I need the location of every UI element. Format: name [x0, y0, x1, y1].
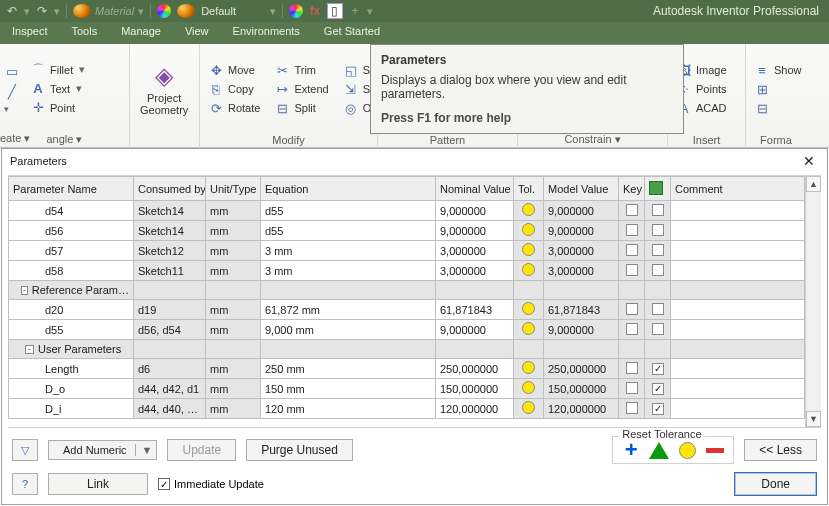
export-checkbox[interactable]: ✓ — [652, 363, 664, 375]
color-icon[interactable] — [289, 4, 303, 18]
show-button[interactable]: ≡Show — [750, 61, 806, 79]
add-numeric-button[interactable]: Add Numeric▼ — [48, 440, 157, 460]
purge-unused-button[interactable]: Purge Unused — [246, 439, 353, 461]
tab-inspect[interactable]: Inspect — [0, 22, 59, 44]
table-row[interactable]: D_od44, d42, d1mm150 mm150,000000150,000… — [9, 379, 805, 399]
col-comment[interactable]: Comment — [671, 177, 805, 201]
table-row[interactable]: -Reference Param… — [9, 281, 805, 300]
move-button[interactable]: ✥Move — [204, 61, 264, 79]
done-button[interactable]: Done — [734, 472, 817, 496]
export-checkbox[interactable] — [652, 244, 664, 256]
tree-toggle-icon[interactable]: - — [25, 345, 34, 354]
key-checkbox[interactable] — [626, 362, 638, 374]
col-export[interactable] — [645, 177, 671, 201]
undo-icon[interactable]: ↶ — [4, 3, 20, 19]
export-checkbox[interactable]: ✓ — [652, 403, 664, 415]
table-row[interactable]: d57Sketch12mm3 mm3,0000003,000000 — [9, 241, 805, 261]
table-row[interactable]: -User Parameters — [9, 340, 805, 359]
project-geometry-button[interactable]: ◈ ProjectGeometry — [134, 60, 194, 118]
tol-circle-button[interactable] — [677, 440, 697, 460]
tab-view[interactable]: View — [173, 22, 221, 44]
tab-get-started[interactable]: Get Started — [312, 22, 392, 44]
line-icon[interactable]: ╱ — [4, 84, 20, 100]
tol-circle-icon[interactable] — [522, 263, 535, 276]
plus-icon[interactable]: + — [347, 3, 363, 19]
export-checkbox[interactable] — [652, 264, 664, 276]
rotate-button[interactable]: ⟳Rotate — [204, 99, 264, 117]
tree-toggle-icon[interactable]: - — [21, 286, 27, 295]
tol-plus-button[interactable]: + — [621, 440, 641, 460]
tol-circle-icon[interactable] — [522, 223, 535, 236]
export-checkbox[interactable] — [652, 204, 664, 216]
table-row[interactable]: d54Sketch14mmd559,0000009,000000 — [9, 201, 805, 221]
trim-button[interactable]: ✂Trim — [270, 61, 332, 79]
tol-circle-icon[interactable] — [522, 401, 535, 414]
point-icon: ✛ — [30, 100, 46, 116]
table-row[interactable]: Lengthd6mm250 mm250,000000250,000000✓ — [9, 359, 805, 379]
key-checkbox[interactable] — [626, 244, 638, 256]
update-button[interactable]: Update — [167, 439, 236, 461]
fillet-button[interactable]: ⌒Fillet▾ — [26, 61, 89, 79]
table-row[interactable]: d55d56, d54mm9,000 mm9,0000009,000000 — [9, 320, 805, 340]
scroll-down-icon[interactable]: ▼ — [806, 411, 821, 427]
key-checkbox[interactable] — [626, 224, 638, 236]
tol-triangle-button[interactable] — [649, 440, 669, 460]
col-name[interactable]: Parameter Name — [9, 177, 134, 201]
fx-icon[interactable]: fx — [307, 3, 323, 19]
col-unit[interactable]: Unit/Type — [206, 177, 261, 201]
tab-manage[interactable]: Manage — [109, 22, 173, 44]
col-tol[interactable]: Tol. — [514, 177, 544, 201]
key-checkbox[interactable] — [626, 402, 638, 414]
immediate-update-checkbox[interactable]: ✓Immediate Update — [158, 478, 264, 490]
redo-icon[interactable]: ↷ — [34, 3, 50, 19]
material-box[interactable]: Material — [95, 5, 134, 17]
scroll-up-icon[interactable]: ▲ — [806, 176, 821, 192]
key-checkbox[interactable] — [626, 323, 638, 335]
key-checkbox[interactable] — [626, 204, 638, 216]
col-model[interactable]: Model Value — [544, 177, 619, 201]
text-button[interactable]: AText▾ — [26, 80, 89, 98]
key-checkbox[interactable] — [626, 264, 638, 276]
chevron-down-icon[interactable]: ▼ — [135, 444, 153, 456]
tol-circle-icon[interactable] — [522, 322, 535, 335]
tab-tools[interactable]: Tools — [59, 22, 109, 44]
show-icon: ≡ — [754, 62, 770, 78]
table-row[interactable]: d20d19mm61,872 mm61,87184361,871843 — [9, 300, 805, 320]
less-button[interactable]: << Less — [744, 439, 817, 461]
extend-button[interactable]: ↦Extend — [270, 80, 332, 98]
tol-circle-icon[interactable] — [522, 243, 535, 256]
export-checkbox[interactable] — [652, 224, 664, 236]
table-row[interactable]: D_id44, d40, …mm120 mm120,000000120,0000… — [9, 399, 805, 419]
col-equation[interactable]: Equation — [261, 177, 436, 201]
col-key[interactable]: Key — [619, 177, 645, 201]
col-nominal[interactable]: Nominal Value — [436, 177, 514, 201]
key-checkbox[interactable] — [626, 303, 638, 315]
parameters-table[interactable]: Parameter Name Consumed by Unit/Type Equ… — [8, 176, 805, 419]
close-icon[interactable]: ✕ — [799, 153, 819, 169]
export-checkbox[interactable] — [652, 303, 664, 315]
table-row[interactable]: d56Sketch14mmd559,0000009,000000 — [9, 221, 805, 241]
col-consumed[interactable]: Consumed by — [134, 177, 206, 201]
copy-button[interactable]: ⎘Copy — [204, 80, 264, 98]
key-checkbox[interactable] — [626, 382, 638, 394]
parameters-icon[interactable]: ▯ — [327, 3, 343, 19]
tol-circle-icon[interactable] — [522, 302, 535, 315]
table-row[interactable]: d58Sketch11mm3 mm3,0000003,000000 — [9, 261, 805, 281]
split-button[interactable]: ⊟Split — [270, 99, 332, 117]
tol-minus-button[interactable] — [705, 440, 725, 460]
tol-circle-icon[interactable] — [522, 381, 535, 394]
filter-button[interactable]: ▽ — [12, 439, 38, 461]
link-button[interactable]: Link — [48, 473, 148, 495]
tol-circle-icon[interactable] — [522, 361, 535, 374]
scrollbar[interactable]: ▲ ▼ — [805, 176, 821, 427]
appearance-box[interactable]: Default — [201, 5, 236, 17]
appearance-swatch-icon[interactable] — [157, 4, 171, 18]
export-checkbox[interactable] — [652, 323, 664, 335]
tol-circle-icon[interactable] — [522, 203, 535, 216]
export-checkbox[interactable]: ✓ — [652, 383, 664, 395]
point-button[interactable]: ✛Point — [26, 99, 89, 117]
rect-2pt-icon[interactable]: ▭ — [4, 64, 20, 80]
tab-environments[interactable]: Environments — [221, 22, 312, 44]
material-swatch-icon[interactable] — [73, 4, 91, 18]
help-button[interactable]: ? — [12, 473, 38, 495]
